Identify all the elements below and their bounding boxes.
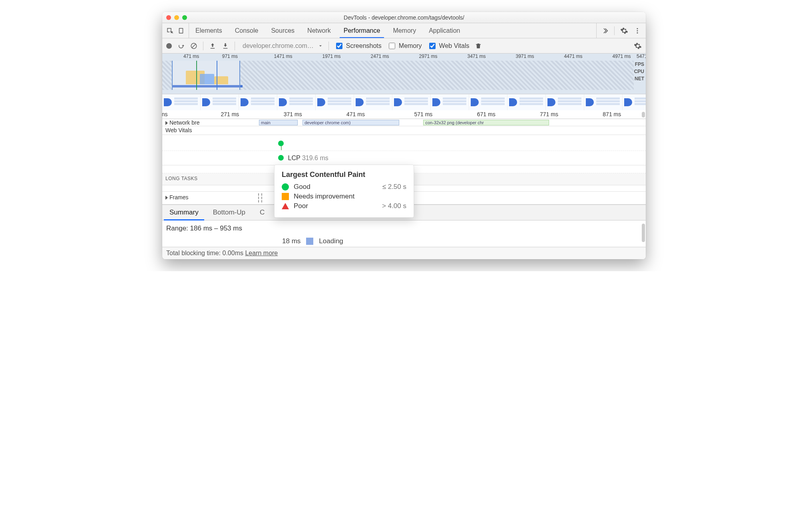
tab-network[interactable]: Network xyxy=(301,23,337,38)
window-close-button[interactable] xyxy=(166,15,171,20)
settings-icon[interactable] xyxy=(620,27,628,35)
filmstrip-thumb[interactable] xyxy=(316,94,354,110)
lcp-tooltip: Largest Contentful Paint Good≤ 2.50 sNee… xyxy=(274,165,414,218)
profile-select[interactable]: developer.chrome.com… xyxy=(241,42,323,50)
details-tab-c[interactable]: C xyxy=(253,205,272,220)
web-vitals-track-header[interactable]: Web Vitals xyxy=(162,126,646,135)
tab-memory[interactable]: Memory xyxy=(386,23,422,38)
reload-record-icon[interactable] xyxy=(177,42,185,50)
tooltip-row-label: Poor xyxy=(294,202,382,210)
web-vitals-label: Web Vitals xyxy=(165,127,192,133)
ruler-tick: ns xyxy=(162,111,167,117)
svg-point-1 xyxy=(637,30,638,31)
overview-tick: 2471 ms xyxy=(370,54,389,59)
kebab-menu-icon[interactable] xyxy=(634,27,641,34)
long-tasks-label: LONG TASKS xyxy=(165,176,198,181)
filmstrip-thumb[interactable] xyxy=(546,94,584,110)
memory-checkbox[interactable]: Memory xyxy=(387,42,422,50)
performance-toolbar: developer.chrome.com… Screenshots Memory… xyxy=(162,38,646,54)
summary-legend-row: 18 ms Loading xyxy=(282,237,343,245)
filmstrip-thumb[interactable] xyxy=(431,94,469,110)
network-track[interactable]: Network bre maindeveloper chrome com)con… xyxy=(162,119,646,126)
overview-selection[interactable] xyxy=(172,61,240,90)
details-tab-bottomup[interactable]: Bottom-Up xyxy=(206,205,253,220)
web-vitals-lane-fcp[interactable] xyxy=(162,135,646,151)
tooltip-title: Largest Contentful Paint xyxy=(282,171,406,179)
flamechart-ruler[interactable]: ns271 ms371 ms471 ms571 ms671 ms771 ms87… xyxy=(162,110,646,119)
tab-console[interactable]: Console xyxy=(229,23,265,38)
capture-settings-icon[interactable] xyxy=(634,42,642,50)
good-marker-icon xyxy=(282,183,289,191)
screenshots-label: Screenshots xyxy=(346,42,382,50)
vertical-scrollbar-thumb[interactable] xyxy=(642,224,645,242)
tab-sources[interactable]: Sources xyxy=(265,23,301,38)
trash-icon[interactable] xyxy=(475,42,482,50)
filmstrip[interactable] xyxy=(162,94,646,110)
svg-line-4 xyxy=(192,44,196,48)
lcp-marker[interactable] xyxy=(278,155,284,161)
overview-tick: 2971 ms xyxy=(419,54,437,59)
legend-value: 18 ms xyxy=(282,237,301,245)
tooltip-row-label: Good xyxy=(294,183,382,191)
details-tab-summary[interactable]: Summary xyxy=(162,205,206,220)
web-vitals-label: Web Vitals xyxy=(439,42,470,50)
ruler-tick: 371 ms xyxy=(284,111,302,117)
legend-swatch-loading xyxy=(306,238,313,245)
filmstrip-thumb[interactable] xyxy=(354,94,392,110)
horizontal-scrollbar-thumb[interactable] xyxy=(642,112,645,117)
panel-tabs: ElementsConsoleSourcesNetworkPerformance… xyxy=(162,23,646,38)
tooltip-row: Needs improvement xyxy=(282,193,406,200)
window-zoom-button[interactable] xyxy=(182,15,187,20)
filmstrip-thumb[interactable] xyxy=(623,94,646,110)
network-request-bar[interactable]: main xyxy=(259,120,298,125)
web-vitals-checkbox[interactable]: Web Vitals xyxy=(428,42,470,50)
expand-icon[interactable] xyxy=(165,121,168,125)
network-request-bar[interactable]: con-32x32 png (developer chr xyxy=(423,120,549,125)
save-profile-icon[interactable] xyxy=(222,42,229,50)
tab-elements[interactable]: Elements xyxy=(189,23,229,38)
tooltip-row: Poor> 4.00 s xyxy=(282,202,406,210)
expand-icon[interactable] xyxy=(165,196,168,200)
tab-performance[interactable]: Performance xyxy=(337,23,387,38)
ruler-tick: 271 ms xyxy=(221,111,239,117)
performance-content: 471 ms971 ms1471 ms1971 ms2971 ms3471 ms… xyxy=(162,54,646,259)
filmstrip-thumb[interactable] xyxy=(277,94,316,110)
svg-point-0 xyxy=(637,28,638,29)
lcp-label: LCP 319.6 ms xyxy=(288,155,328,162)
filmstrip-thumb[interactable] xyxy=(392,94,431,110)
filmstrip-thumb[interactable] xyxy=(239,94,277,110)
range-label: Range: 186 ms – 953 ms xyxy=(166,224,642,232)
overview-tick: 3471 ms xyxy=(467,54,486,59)
record-button[interactable] xyxy=(166,43,172,49)
profile-select-label: developer.chrome.com… xyxy=(241,42,316,50)
fcp-marker[interactable] xyxy=(278,141,284,146)
tab-application[interactable]: Application xyxy=(422,23,466,38)
learn-more-link[interactable]: Learn more xyxy=(245,250,278,256)
web-vitals-lane-lcp[interactable]: LCP 319.6 ms xyxy=(162,151,646,165)
filmstrip-thumb[interactable] xyxy=(201,94,239,110)
device-toolbar-icon[interactable] xyxy=(177,27,185,34)
network-request-bar[interactable]: developer chrome com) xyxy=(303,120,399,125)
clear-icon[interactable] xyxy=(190,42,197,50)
filmstrip-thumb[interactable] xyxy=(584,94,623,110)
filmstrip-thumb[interactable] xyxy=(162,94,201,110)
window-title: DevTools - developer.chrome.com/tags/dev… xyxy=(162,14,646,21)
overview-tick: 1971 ms xyxy=(322,54,340,59)
overview-tick: 5471 ms xyxy=(637,54,646,59)
tooltip-row-label: Needs improvement xyxy=(294,193,406,200)
overview-timeline[interactable]: 471 ms971 ms1471 ms1971 ms2971 ms3471 ms… xyxy=(162,54,646,94)
more-tabs-icon[interactable] xyxy=(601,27,609,34)
poor-marker-icon xyxy=(282,203,289,209)
filmstrip-thumb[interactable] xyxy=(507,94,546,110)
window-minimize-button[interactable] xyxy=(174,15,179,20)
needs-improvement-marker-icon xyxy=(282,193,289,200)
frames-label: Frames xyxy=(169,194,188,200)
filmstrip-thumb[interactable] xyxy=(469,94,507,110)
screenshots-checkbox[interactable]: Screenshots xyxy=(334,42,382,50)
svg-point-2 xyxy=(637,32,638,33)
inspect-element-icon[interactable] xyxy=(166,27,173,34)
tooltip-row-value: > 4.00 s xyxy=(382,202,406,210)
overview-tick: 4471 ms xyxy=(564,54,582,59)
overview-track-labels: FPS CPU NET xyxy=(634,61,644,82)
load-profile-icon[interactable] xyxy=(209,42,216,50)
